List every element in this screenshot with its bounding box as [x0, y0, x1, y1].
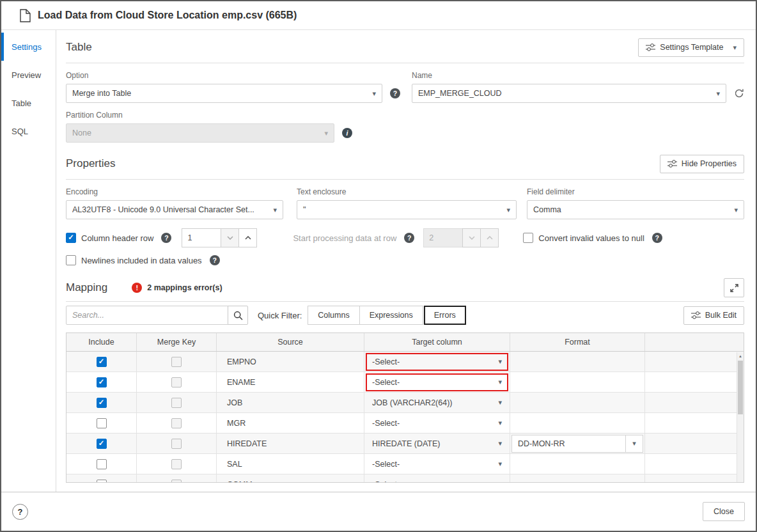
- empty-cell: [645, 413, 744, 433]
- merge-key-checkbox[interactable]: [171, 418, 182, 428]
- source-cell-text: EMPNO: [227, 357, 256, 366]
- include-cell: [66, 393, 137, 412]
- scrollbar-thumb[interactable]: [738, 361, 743, 414]
- include-checkbox[interactable]: [97, 357, 107, 367]
- help-icon[interactable]: ?: [210, 255, 220, 265]
- help-icon[interactable]: ?: [652, 233, 662, 243]
- option-select[interactable]: Merge into Table ▾: [66, 84, 382, 103]
- chevron-down-icon: ▾: [733, 43, 737, 52]
- target-select[interactable]: JOB (VARCHAR2(64)) ▾: [366, 394, 508, 412]
- help-icon[interactable]: ?: [161, 233, 171, 243]
- table-scrollbar[interactable]: ▲: [737, 352, 744, 482]
- chevron-down-icon: ▾: [273, 206, 277, 214]
- include-checkbox[interactable]: [97, 439, 107, 449]
- expand-button[interactable]: [724, 278, 744, 297]
- bulk-edit-button[interactable]: Bulk Edit: [683, 306, 744, 325]
- table-row: EMPNO -Select- ▾ ▾: [66, 352, 744, 372]
- sidebar-item-table[interactable]: Table: [1, 89, 56, 117]
- include-checkbox[interactable]: [97, 418, 107, 428]
- help-icon[interactable]: ?: [390, 88, 400, 98]
- include-checkbox[interactable]: [97, 480, 107, 483]
- chevron-down-icon: ▾: [498, 460, 502, 468]
- target-value: JOB (VARCHAR2(64)): [372, 398, 493, 407]
- format-select[interactable]: DD-MON-RR ▾: [511, 435, 643, 453]
- sidebar-item-sql[interactable]: SQL: [1, 117, 56, 145]
- empty-cell: [645, 434, 744, 453]
- target-select[interactable]: HIREDATE (DATE) ▾: [366, 435, 508, 453]
- filter-errors-button[interactable]: Errors: [424, 306, 466, 325]
- convert-invalid-label: Convert invalid values to null: [538, 233, 644, 243]
- load-data-dialog: Load Data from Cloud Store Location emp.…: [0, 0, 757, 532]
- option-value: Merge into Table: [72, 89, 367, 98]
- source-cell: JOB: [217, 393, 364, 412]
- filter-expressions-button[interactable]: Expressions: [359, 306, 423, 325]
- column-header-row-label: Column header row: [81, 233, 153, 243]
- newlines-checkbox[interactable]: [66, 255, 76, 265]
- include-checkbox[interactable]: [97, 398, 107, 408]
- empty-cell: [645, 352, 744, 372]
- column-header-row-checkbox[interactable]: [66, 233, 76, 243]
- mapping-errors-badge: ! 2 mappings error(s): [132, 283, 222, 293]
- footer-bar: ? Close: [1, 492, 756, 531]
- target-select[interactable]: -Select- ▾: [366, 373, 508, 391]
- name-value: EMP_MERGE_CLOUD: [418, 89, 711, 98]
- step-up-button[interactable]: [238, 228, 257, 247]
- target-cell: -Select- ▾: [364, 454, 510, 474]
- target-cell: -Select- ▾: [364, 474, 510, 482]
- target-select[interactable]: -Select- ▾: [366, 414, 508, 432]
- encoding-select[interactable]: AL32UTF8 - Unicode 9.0 Universal Charact…: [66, 200, 283, 219]
- format-cell: ▾: [510, 454, 645, 474]
- include-checkbox[interactable]: [97, 377, 107, 387]
- chevron-down-icon: ▾: [498, 480, 502, 482]
- sidebar-item-settings[interactable]: Settings: [1, 33, 56, 61]
- empty-cell: [645, 372, 744, 392]
- merge-key-checkbox[interactable]: [171, 480, 182, 483]
- include-cell: [66, 474, 137, 482]
- mapping-errors-text: 2 mappings error(s): [147, 283, 222, 292]
- settings-template-button[interactable]: Settings Template ▾: [638, 38, 744, 57]
- merge-key-checkbox[interactable]: [171, 377, 182, 387]
- scroll-up-icon[interactable]: ▲: [737, 352, 744, 360]
- target-cell: -Select- ▾: [364, 372, 510, 392]
- source-cell: COMM: [217, 474, 364, 482]
- merge-key-checkbox[interactable]: [171, 439, 182, 449]
- include-cell: [66, 434, 137, 453]
- hide-properties-button[interactable]: Hide Properties: [660, 155, 744, 173]
- search-input[interactable]: [66, 306, 228, 325]
- field-delimiter-select[interactable]: Comma ▾: [527, 200, 744, 219]
- merge-key-checkbox[interactable]: [171, 357, 182, 367]
- merge-key-checkbox[interactable]: [171, 459, 182, 469]
- encoding-value: AL32UTF8 - Unicode 9.0 Universal Charact…: [72, 205, 268, 214]
- source-cell-text: MGR: [227, 419, 246, 428]
- help-icon[interactable]: ?: [404, 233, 414, 243]
- search-button[interactable]: [228, 306, 248, 325]
- convert-invalid-checkbox[interactable]: [523, 233, 533, 243]
- sidebar: SettingsPreviewTableSQL: [1, 30, 56, 492]
- column-header-empty: [645, 333, 744, 351]
- info-icon[interactable]: i: [342, 128, 352, 138]
- target-select[interactable]: -Select- ▾: [366, 353, 508, 371]
- merge-key-checkbox[interactable]: [171, 398, 182, 408]
- text-enclosure-select[interactable]: " ▾: [297, 200, 517, 219]
- merge-key-cell: [137, 434, 217, 453]
- chevron-down-icon: ▾: [498, 398, 502, 407]
- target-select[interactable]: -Select- ▾: [366, 455, 508, 473]
- sidebar-item-preview[interactable]: Preview: [1, 61, 56, 89]
- sliders-icon: [646, 43, 655, 51]
- step-up-button: [480, 228, 499, 247]
- merge-key-cell: [137, 372, 217, 392]
- step-down-button[interactable]: [221, 228, 239, 247]
- partition-column-select: None ▾: [66, 123, 334, 143]
- include-checkbox[interactable]: [97, 459, 107, 469]
- filter-columns-button[interactable]: Columns: [308, 306, 359, 325]
- header-row-input[interactable]: [182, 228, 221, 247]
- target-select[interactable]: -Select- ▾: [366, 476, 508, 483]
- include-cell: [66, 372, 137, 392]
- name-select[interactable]: EMP_MERGE_CLOUD ▾: [412, 84, 726, 103]
- help-button[interactable]: ?: [12, 504, 28, 520]
- refresh-icon[interactable]: [734, 88, 744, 98]
- column-header: Source: [217, 333, 364, 351]
- close-button[interactable]: Close: [703, 502, 745, 521]
- table-row: MGR -Select- ▾ ▾: [66, 413, 744, 434]
- table-row: COMM -Select- ▾ ▾: [66, 474, 744, 482]
